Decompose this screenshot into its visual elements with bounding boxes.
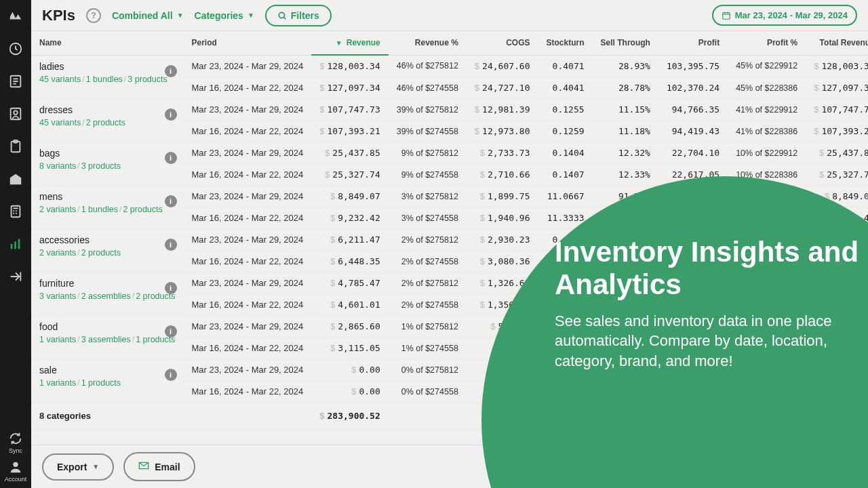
revenue-pct-cell: 3% of $275812	[389, 186, 467, 207]
info-icon[interactable]: i	[165, 325, 177, 338]
email-button[interactable]: Email	[123, 452, 195, 481]
category-meta[interactable]: 1 variants/1 products	[39, 378, 176, 388]
revenue-cell: $107,747.73	[311, 99, 389, 121]
category-cell[interactable]: bags 8 variants/3 products i	[31, 142, 184, 186]
stockturn-cell: 0.1407	[538, 164, 593, 186]
combined-dropdown[interactable]: Combined All ▼	[112, 10, 184, 21]
stockturn-cell: 0.4041	[538, 77, 593, 99]
category-meta[interactable]: 2 variants/1 bundles/2 products	[39, 205, 176, 214]
cogs-cell: $1,899.75	[467, 186, 538, 207]
profit-cell: 103,395.75	[658, 55, 728, 77]
col-revenue[interactable]: ▼Revenue	[311, 31, 389, 55]
category-name: ladies	[39, 61, 176, 72]
nav-reports-icon[interactable]	[7, 73, 24, 89]
info-icon[interactable]: i	[165, 239, 177, 251]
chevron-down-icon: ▼	[177, 12, 184, 19]
category-cell[interactable]: sale 1 variants/1 products i	[31, 359, 184, 403]
info-icon[interactable]: i	[165, 282, 177, 294]
total-cell: $25,437.85	[806, 142, 868, 164]
period-cell: Mar 23, 2024 - Mar 29, 2024	[184, 99, 312, 121]
sell-cell: 11.15%	[593, 99, 658, 121]
help-icon[interactable]: ?	[86, 8, 101, 23]
period-cell: Mar 16, 2024 - Mar 22, 2024	[184, 207, 312, 229]
revenue-cell: $9,232.42	[311, 207, 389, 229]
info-icon[interactable]: i	[165, 108, 177, 121]
profit-cell: 94,766.35	[658, 99, 728, 121]
chevron-down-icon: ▼	[248, 12, 254, 19]
stockturn-cell: 0.1255	[538, 99, 593, 121]
revenue-cell: $4,601.01	[311, 294, 389, 316]
period-cell: Mar 23, 2024 - Mar 29, 2024	[184, 316, 312, 338]
category-cell[interactable]: mens 2 variants/1 bundles/2 products i	[31, 186, 184, 229]
svg-rect-9	[18, 239, 20, 249]
col-profit-pct[interactable]: Profit %	[728, 31, 806, 55]
info-icon[interactable]: i	[165, 369, 177, 381]
category-meta[interactable]: 8 variants/3 products	[39, 161, 176, 171]
category-name: bags	[39, 148, 176, 159]
period-cell: Mar 23, 2024 - Mar 29, 2024	[184, 55, 312, 77]
nav-clipboard-icon[interactable]	[7, 138, 24, 155]
export-button[interactable]: Export ▼	[42, 453, 114, 481]
category-cell[interactable]: ladies 45 variants/1 bundles/3 products …	[31, 55, 184, 99]
category-meta[interactable]: 3 variants/2 assemblies/2 products	[39, 291, 176, 301]
page-title: KPIs	[42, 7, 75, 24]
stockturn-cell: 0.1404	[538, 142, 593, 164]
nav-collapse-icon[interactable]	[7, 268, 24, 285]
category-cell[interactable]: food 1 variants/3 assemblies/1 products …	[31, 316, 184, 359]
total-cell: $25,327.74	[806, 164, 868, 186]
profit-cell: 102,370.24	[658, 77, 728, 99]
cogs-cell: $12,981.39	[467, 99, 538, 121]
total-cell: $128,003.34	[806, 55, 868, 77]
category-meta[interactable]: 45 variants/2 products	[39, 118, 176, 127]
mail-icon	[138, 460, 149, 473]
info-icon[interactable]: i	[165, 65, 177, 77]
category-name: sale	[39, 365, 176, 375]
col-revenue-pct[interactable]: Revenue %	[389, 31, 467, 55]
nav-calculator-icon[interactable]	[7, 203, 24, 220]
revenue-pct-cell: 0% of $274558	[389, 381, 467, 403]
overlay-subtitle: See sales and inventory data in one plac…	[555, 311, 868, 371]
col-name[interactable]: Name	[31, 31, 184, 55]
category-cell[interactable]: dresses 45 variants/2 products i	[31, 99, 184, 142]
nav-sync[interactable]: Sync	[8, 431, 23, 454]
col-cogs[interactable]: COGS	[467, 31, 538, 55]
col-stockturn[interactable]: Stockturn	[538, 31, 593, 55]
categories-dropdown[interactable]: Categories ▼	[195, 10, 254, 21]
cogs-cell: $3,080.36	[467, 251, 538, 272]
category-cell[interactable]: accessories 2 variants/2 products i	[31, 229, 184, 272]
info-icon[interactable]: i	[165, 195, 177, 207]
table-row[interactable]: dresses 45 variants/2 products i Mar 23,…	[31, 99, 868, 121]
nav-orders-icon[interactable]	[7, 41, 24, 57]
category-cell[interactable]: furniture 3 variants/2 assemblies/2 prod…	[31, 272, 184, 316]
nav-contacts-icon[interactable]	[7, 106, 24, 122]
revenue-pct-cell: 2% of $275812	[389, 272, 467, 294]
nav-analytics-icon[interactable]	[7, 236, 24, 252]
nav-account[interactable]: Account	[5, 460, 27, 483]
nav-sync-label: Sync	[9, 447, 22, 454]
col-sell-through[interactable]: Sell Through	[593, 31, 658, 55]
table-row[interactable]: bags 8 variants/3 products i Mar 23, 202…	[31, 142, 868, 164]
filters-button[interactable]: Filters	[265, 5, 332, 26]
category-name: accessories	[39, 235, 176, 245]
col-total-revenue[interactable]: Total Revenue	[806, 31, 868, 55]
nav-warehouse-icon[interactable]	[7, 171, 24, 187]
svg-rect-8	[14, 241, 16, 249]
category-meta[interactable]: 2 variants/2 products	[39, 248, 176, 258]
period-cell: Mar 16, 2024 - Mar 22, 2024	[184, 251, 312, 272]
category-meta[interactable]: 45 variants/1 bundles/3 products	[39, 75, 176, 84]
revenue-pct-cell: 1% of $275812	[389, 316, 467, 338]
nav-dashboard-icon[interactable]	[7, 8, 24, 24]
date-range-picker[interactable]: Mar 23, 2024 - Mar 29, 2024	[712, 5, 857, 26]
revenue-cell: $6,448.35	[311, 251, 389, 272]
info-icon[interactable]: i	[165, 152, 177, 164]
category-meta[interactable]: 1 variants/3 assemblies/1 products	[39, 335, 176, 344]
col-period[interactable]: Period	[184, 31, 312, 55]
summary-label: 8 categories	[31, 403, 184, 430]
revenue-cell: $3,115.05	[311, 338, 389, 359]
col-profit[interactable]: Profit	[658, 31, 728, 55]
revenue-cell: $25,437.85	[311, 142, 389, 164]
table-row[interactable]: ladies 45 variants/1 bundles/3 products …	[31, 55, 868, 77]
revenue-pct-cell: 39% of $275812	[389, 99, 467, 121]
cogs-cell: $2,930.23	[467, 229, 538, 251]
category-name: furniture	[39, 278, 176, 289]
